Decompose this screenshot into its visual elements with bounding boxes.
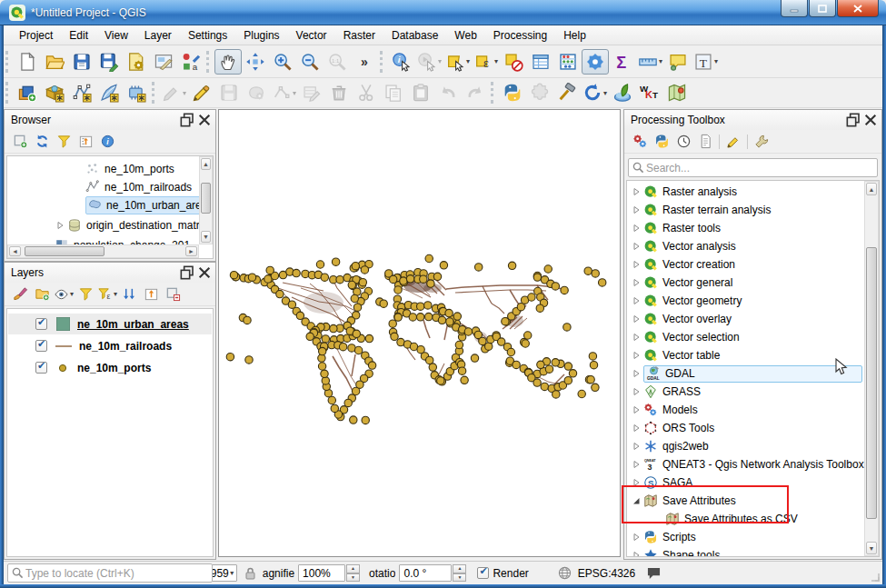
- resource-sharing-button[interactable]: [609, 80, 636, 105]
- magnifier-input[interactable]: 100%: [298, 564, 345, 582]
- dropdown-caret-icon[interactable]: ▾: [659, 57, 662, 65]
- toolbox-item-gdal[interactable]: GDALGDAL: [627, 364, 862, 383]
- results-viewer-button[interactable]: [694, 132, 716, 152]
- toolbox-item-vector-overlay[interactable]: Vector overlay: [627, 310, 862, 328]
- layer-item-ne-10m-railroads[interactable]: ne_10m_railroads: [8, 335, 212, 356]
- map-canvas-svg[interactable]: [219, 110, 620, 556]
- menu-view[interactable]: View: [96, 27, 136, 44]
- new-shapefile-layer-button[interactable]: [68, 80, 95, 105]
- wkt-plugin-button[interactable]: WKT: [636, 80, 663, 105]
- float-panel-icon[interactable]: [180, 265, 194, 280]
- layers-tree[interactable]: ne_10m_urban_areasne_10m_railroadsne_10m…: [6, 308, 214, 557]
- new-virtual-layer-button[interactable]: [123, 80, 150, 105]
- toolbar-grip[interactable]: [491, 82, 497, 104]
- expander-icon[interactable]: [631, 386, 642, 397]
- toolbox-item-raster-terrain-analysis[interactable]: Raster terrain analysis: [627, 201, 862, 219]
- processing-toolbox-toggle-button[interactable]: [582, 49, 609, 75]
- statistical-summary-button[interactable]: Σ: [609, 49, 636, 75]
- new-print-layout-button[interactable]: [123, 49, 150, 75]
- expander-icon[interactable]: [631, 404, 642, 415]
- toolbox-item-grass[interactable]: GRASS: [627, 383, 862, 401]
- dropdown-caret-icon[interactable]: ▾: [603, 89, 607, 97]
- locator-input[interactable]: [24, 566, 208, 581]
- expander-icon[interactable]: [631, 550, 642, 557]
- expander-icon[interactable]: [631, 423, 642, 434]
- filter-legend-button[interactable]: [75, 284, 96, 304]
- filter-by-expression-button[interactable]: ε▾: [96, 284, 118, 304]
- maximize-button[interactable]: [809, 0, 836, 17]
- toolbox-item-scripts[interactable]: Scripts: [627, 528, 862, 546]
- toolbar-grip[interactable]: [5, 51, 12, 73]
- browser-item-ne-10m-ports[interactable]: ne_10m_ports: [7, 160, 213, 178]
- menu-plugins[interactable]: Plugins: [235, 27, 287, 44]
- expander-icon[interactable]: [631, 259, 642, 270]
- messages-icon[interactable]: [646, 566, 662, 580]
- python-console-button[interactable]: [499, 80, 526, 105]
- expander-icon[interactable]: [55, 220, 65, 231]
- pan-to-selection-button[interactable]: [242, 49, 269, 75]
- expander-icon[interactable]: [631, 295, 642, 306]
- open-project-button[interactable]: [41, 49, 68, 75]
- expander-icon[interactable]: [631, 223, 642, 234]
- float-panel-icon[interactable]: [846, 113, 861, 127]
- expander-icon[interactable]: [631, 459, 642, 470]
- layer-visibility-checkbox[interactable]: [35, 318, 47, 330]
- field-calculator-button[interactable]: [554, 49, 582, 75]
- scripts-menu-button[interactable]: [651, 132, 672, 152]
- magnifier-spinner[interactable]: ▲▼: [346, 564, 360, 582]
- vertical-scrollbar[interactable]: ▲▼: [199, 156, 213, 244]
- toolbox-item-raster-analysis[interactable]: Raster analysis: [627, 183, 862, 201]
- manage-map-themes-button[interactable]: ▾: [53, 284, 75, 304]
- expander-icon[interactable]: [631, 241, 642, 252]
- browser-item-ne-10m-urban-area[interactable]: ne_10m_urban_area: [7, 196, 213, 214]
- pan-map-button[interactable]: [214, 49, 242, 75]
- expander-icon[interactable]: [631, 441, 642, 452]
- expander-icon[interactable]: [631, 277, 642, 288]
- toolbox-item-models[interactable]: Models: [627, 401, 862, 419]
- properties-button[interactable]: i: [96, 132, 118, 152]
- crs-globe-icon[interactable]: [558, 566, 572, 580]
- crs-label[interactable]: EPSG:4326: [578, 567, 635, 580]
- map-canvas[interactable]: [218, 109, 621, 557]
- filter-browser-button[interactable]: [53, 132, 75, 152]
- dropdown-caret-icon[interactable]: ▾: [293, 89, 296, 97]
- menu-processing[interactable]: Processing: [485, 27, 555, 44]
- menu-layer[interactable]: Layer: [136, 27, 180, 44]
- remove-layer-button[interactable]: [162, 284, 184, 304]
- menu-web[interactable]: Web: [446, 27, 484, 44]
- toolbox-search[interactable]: [628, 158, 878, 177]
- layer-item-ne-10m-urban-areas[interactable]: ne_10m_urban_areas: [8, 314, 212, 334]
- menu-raster[interactable]: Raster: [335, 27, 383, 44]
- close-panel-icon[interactable]: [197, 113, 212, 127]
- layout-manager-button[interactable]: [150, 49, 177, 75]
- menu-help[interactable]: Help: [555, 27, 594, 44]
- titlebar[interactable]: *Untitled Project - QGIS: [0, 0, 886, 25]
- rotation-spinner[interactable]: ▲▼: [453, 564, 466, 582]
- vertical-scrollbar[interactable]: ▲▼: [864, 181, 879, 556]
- menu-database[interactable]: Database: [383, 27, 446, 44]
- toolbox-item-vector-creation[interactable]: Vector creation: [627, 255, 862, 274]
- close-panel-icon[interactable]: [863, 113, 878, 127]
- browser-tree[interactable]: ne_10m_portsne_10m_railroadsne_10m_urban…: [6, 155, 214, 259]
- options-button[interactable]: [751, 132, 772, 152]
- open-layer-styling-button[interactable]: [9, 284, 31, 304]
- new-geopackage-layer-button[interactable]: [41, 80, 68, 105]
- text-annotation-button[interactable]: T▾: [692, 49, 720, 75]
- toolbar-grip[interactable]: [206, 51, 213, 73]
- toolbox-item-raster-tools[interactable]: Raster tools: [627, 219, 862, 237]
- collapse-all-button[interactable]: [75, 132, 96, 152]
- collapse-all-button[interactable]: [140, 284, 162, 304]
- horizontal-scrollbar[interactable]: ◄►: [7, 244, 199, 258]
- open-attribute-table-button[interactable]: [527, 49, 554, 75]
- toolbox-item-shape-tools[interactable]: Shape tools: [627, 546, 862, 557]
- expander-icon[interactable]: [631, 350, 642, 361]
- toolbox-item-vector-general[interactable]: Vector general: [627, 274, 862, 292]
- menu-settings[interactable]: Settings: [180, 27, 235, 44]
- edit-features-in-place-button[interactable]: [722, 132, 744, 152]
- models-menu-button[interactable]: [629, 132, 651, 152]
- history-button[interactable]: [672, 132, 694, 152]
- expand-all-button[interactable]: [118, 284, 140, 304]
- layer-visibility-checkbox[interactable]: [35, 362, 47, 374]
- expander-icon[interactable]: [631, 204, 642, 215]
- toolbox-search-input[interactable]: [644, 161, 873, 175]
